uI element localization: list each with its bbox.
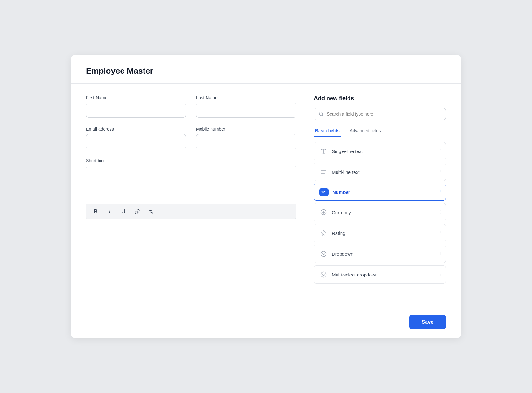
currency-icon — [319, 208, 328, 217]
link-button[interactable] — [133, 207, 142, 216]
card-footer: Save — [71, 306, 461, 338]
bio-toolbar: B I U — [86, 204, 296, 219]
field-label-dropdown: Dropdown — [332, 251, 434, 257]
page-title: Employee Master — [86, 66, 446, 76]
first-name-group: First Name — [86, 95, 186, 118]
drag-handle-rating: ⠿ — [438, 231, 441, 236]
bio-label: Short bio — [86, 158, 296, 163]
field-item-number[interactable]: 123 Number ⠿ — [314, 184, 446, 201]
main-card: Employee Master First Name Last Name Ema… — [71, 55, 461, 338]
drag-handle-single-line: ⠿ — [438, 149, 441, 154]
svg-line-2 — [150, 210, 152, 214]
first-name-label: First Name — [86, 95, 186, 100]
form-section: First Name Last Name Email address Mobil… — [86, 95, 296, 306]
card-body: First Name Last Name Email address Mobil… — [71, 84, 461, 306]
rating-icon — [319, 229, 328, 237]
drag-handle-currency: ⠿ — [438, 210, 441, 215]
italic-button[interactable]: I — [105, 207, 114, 216]
field-item-single-line[interactable]: Single-line text ⠿ — [314, 142, 446, 160]
panel-title: Add new fields — [314, 95, 446, 102]
search-box — [314, 108, 446, 120]
last-name-input[interactable] — [196, 103, 296, 118]
bold-button[interactable]: B — [91, 207, 100, 216]
contact-row: Email address Mobile number — [86, 127, 296, 149]
save-button[interactable]: Save — [409, 315, 446, 329]
bio-group: Short bio B I U — [86, 158, 296, 219]
email-label: Email address — [86, 127, 186, 132]
field-item-currency[interactable]: Currency ⠿ — [314, 203, 446, 221]
svg-point-15 — [321, 272, 326, 277]
number-icon: 123 — [319, 188, 329, 196]
drag-handle-multi-select: ⠿ — [438, 272, 441, 277]
multi-line-text-icon — [319, 168, 328, 176]
name-row: First Name Last Name — [86, 95, 296, 118]
field-label-multi-select: Multi-select dropdown — [332, 272, 434, 277]
field-item-dropdown[interactable]: Dropdown ⠿ — [314, 245, 446, 263]
multi-select-icon — [319, 270, 328, 279]
dropdown-icon — [319, 249, 328, 258]
tab-advanced-fields[interactable]: Advanced fields — [348, 125, 382, 137]
last-name-label: Last Name — [196, 95, 296, 100]
email-group: Email address — [86, 127, 186, 149]
email-input[interactable] — [86, 134, 186, 149]
first-name-input[interactable] — [86, 103, 186, 118]
search-icon — [319, 111, 324, 117]
drag-handle-dropdown: ⠿ — [438, 251, 441, 256]
drag-handle-number: ⠿ — [438, 190, 441, 195]
mobile-input[interactable] — [196, 134, 296, 149]
svg-marker-13 — [321, 231, 326, 236]
field-tabs: Basic fields Advanced fields — [314, 125, 446, 137]
single-line-text-icon — [319, 147, 328, 156]
card-header: Employee Master — [71, 55, 461, 84]
tab-basic-fields[interactable]: Basic fields — [314, 125, 341, 137]
drag-handle-multi-line: ⠿ — [438, 169, 441, 174]
last-name-group: Last Name — [196, 95, 296, 118]
field-label-currency: Currency — [332, 210, 434, 215]
svg-point-14 — [321, 251, 326, 257]
bio-input[interactable] — [86, 166, 296, 204]
mobile-group: Mobile number — [196, 127, 296, 149]
field-label-single-line: Single-line text — [332, 149, 434, 154]
field-label-multi-line: Multi-line text — [332, 169, 434, 175]
field-item-multi-select[interactable]: Multi-select dropdown ⠿ — [314, 265, 446, 284]
fields-panel: Add new fields Basic fields Advanced fie… — [314, 95, 446, 306]
mobile-label: Mobile number — [196, 127, 296, 132]
field-label-rating: Rating — [332, 231, 434, 236]
field-label-number: Number — [332, 190, 434, 195]
field-item-multi-line[interactable]: Multi-line text ⠿ — [314, 163, 446, 181]
fields-list: Single-line text ⠿ Multi-line text ⠿ 123… — [314, 142, 446, 284]
underline-button[interactable]: U — [119, 207, 128, 216]
bio-editor: B I U — [86, 166, 296, 219]
clear-format-button[interactable] — [147, 207, 156, 216]
field-search-input[interactable] — [327, 111, 441, 117]
field-item-rating[interactable]: Rating ⠿ — [314, 224, 446, 242]
svg-line-4 — [322, 115, 323, 116]
